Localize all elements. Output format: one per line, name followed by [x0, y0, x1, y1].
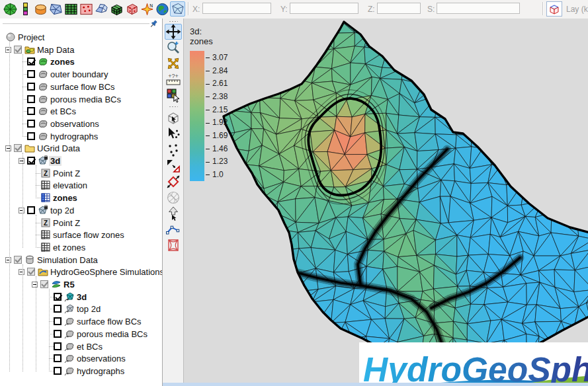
- tree-item-3d[interactable]: 3d: [0, 291, 162, 303]
- solid-module-icon[interactable]: [33, 1, 48, 17]
- visibility-checkbox-unchecked[interactable]: [27, 83, 35, 91]
- sim-folder-icon: [38, 266, 48, 277]
- select-triangle-tool-icon[interactable]: [165, 158, 182, 174]
- tree-item-top-2d[interactable]: top 2d: [0, 303, 162, 315]
- grid-cell-cube-icon[interactable]: [546, 1, 562, 17]
- visibility-checkbox-partial[interactable]: [14, 144, 22, 152]
- tree-item-observations[interactable]: observations: [0, 352, 162, 365]
- visibility-checkbox-unchecked[interactable]: [54, 330, 62, 338]
- visibility-checkbox-unchecked[interactable]: [54, 305, 62, 313]
- rotate-tool-icon[interactable]: [165, 56, 182, 71]
- tree-connector: [49, 289, 50, 371]
- tree-item-label: surface flow zones: [53, 230, 124, 240]
- tree-item-point-z[interactable]: ZPoint Z: [0, 217, 162, 229]
- visibility-checkbox-unchecked[interactable]: [27, 70, 35, 78]
- visibility-checkbox-unchecked[interactable]: [54, 367, 62, 375]
- mesh-2d-module-icon[interactable]: [48, 1, 63, 17]
- tree-item-hydrographs[interactable]: hydrographs: [0, 130, 162, 143]
- tree-item-porous-media-bcs[interactable]: porous media BCs: [0, 328, 162, 340]
- tree-item-outer-boundary[interactable]: outer boundary: [0, 68, 162, 81]
- tree-item-3d[interactable]: 3d: [0, 155, 162, 167]
- visibility-checkbox-unchecked[interactable]: [54, 354, 62, 362]
- tree-item-hydrographs[interactable]: hydrographs: [0, 365, 162, 377]
- tree-item-porous-media-bcs[interactable]: porous media BCs: [0, 93, 162, 106]
- zoom-tool-icon[interactable]: [165, 40, 182, 56]
- tree-connector: [22, 264, 24, 371]
- select-face-tool-icon[interactable]: [165, 174, 182, 190]
- coord-s-field[interactable]: [437, 3, 520, 14]
- tree-item-map-data[interactable]: Map Data: [0, 44, 162, 56]
- grid-2d-module-icon[interactable]: [63, 1, 79, 17]
- tree-item-project[interactable]: Project: [0, 31, 162, 44]
- visibility-checkbox-unchecked[interactable]: [27, 95, 35, 103]
- visibility-checkbox-unchecked[interactable]: [27, 120, 35, 128]
- coverage-icon: [38, 81, 48, 92]
- tree-item-observations[interactable]: observations: [0, 118, 162, 130]
- visibility-checkbox-checked[interactable]: [27, 58, 35, 65]
- tree-item-hydrogeosphere-simulations[interactable]: HydroGeoSphere Simulations: [0, 266, 162, 278]
- visibility-checkbox-partial[interactable]: [40, 280, 48, 288]
- select-node-tool-icon[interactable]: [165, 126, 182, 142]
- tree-item-zones[interactable]: zones: [0, 192, 162, 204]
- graphics-view[interactable]: 3d: zones 3.072.842.612.382.151.921.691.…: [184, 19, 588, 383]
- tin-module-icon[interactable]: [3, 1, 18, 17]
- coord-z-label: Z:: [368, 5, 375, 14]
- visibility-checkbox-partial[interactable]: [14, 256, 22, 264]
- scatter-3d-module-icon[interactable]: [124, 1, 140, 17]
- measure-tool-icon[interactable]: +?+: [165, 71, 182, 87]
- top-toolbar: N X:Y:Z:S: Lay (k):: [0, 0, 588, 19]
- tree-item-label: zones: [50, 57, 75, 67]
- visibility-checkbox-partial[interactable]: [14, 46, 22, 54]
- coord-z-field[interactable]: [377, 3, 421, 14]
- ugrid-mesh-3d-view[interactable]: [184, 19, 588, 383]
- tree-item-surface-flow-bcs[interactable]: surface flow BCs: [0, 81, 162, 93]
- tree-item-surface-flow-zones[interactable]: surface flow zones: [0, 229, 162, 241]
- scatter-2d-module-icon[interactable]: [79, 1, 94, 17]
- dataset-active-icon: [40, 192, 51, 203]
- coord-x-label: X:: [192, 5, 200, 14]
- tree-item-zones[interactable]: zones: [0, 56, 162, 68]
- coord-x-field[interactable]: [202, 3, 271, 14]
- tree-item-ugrid-data[interactable]: UGrid Data: [0, 142, 162, 155]
- pan-tool-icon[interactable]: [165, 24, 182, 40]
- visibility-checkbox-partial[interactable]: [27, 268, 35, 276]
- ugrid-module-icon[interactable]: [170, 1, 185, 17]
- select-objects-tool-icon[interactable]: [165, 87, 182, 103]
- map-module-icon[interactable]: N: [140, 1, 155, 17]
- tree-item-r5[interactable]: R5: [0, 278, 162, 291]
- tree-item-surface-flow-bcs[interactable]: surface flow BCs: [0, 315, 162, 328]
- r5-sim-icon: [51, 279, 62, 290]
- visibility-checkbox-unchecked[interactable]: [27, 206, 35, 214]
- visibility-checkbox-checked[interactable]: [27, 157, 35, 165]
- visibility-checkbox-unchecked[interactable]: [27, 107, 35, 115]
- select-edge-tool-icon[interactable]: [165, 221, 182, 237]
- select-points-tool-icon[interactable]: [165, 142, 182, 158]
- tree-item-et-bcs[interactable]: et BCs: [0, 105, 162, 118]
- toolbar-grip[interactable]: [169, 20, 178, 22]
- tree-item-simulation-data[interactable]: Simulation Data: [0, 254, 162, 266]
- visibility-checkbox-unchecked[interactable]: [54, 342, 62, 350]
- database-icon: [24, 254, 35, 265]
- svg-text:N: N: [149, 3, 153, 8]
- ugrid-lock-icon: [38, 155, 48, 166]
- pin-icon[interactable]: [149, 20, 158, 28]
- tree-item-top-2d[interactable]: top 2d: [0, 204, 162, 217]
- tree-item-et-zones[interactable]: et zones: [0, 241, 162, 254]
- coord-y-field[interactable]: [290, 3, 358, 14]
- tree-connector: [22, 54, 24, 137]
- tree-item-label: observations: [77, 354, 126, 364]
- visibility-checkbox-checked[interactable]: [54, 293, 62, 301]
- tree-item-point-z[interactable]: ZPoint Z: [0, 167, 162, 180]
- visibility-checkbox-unchecked[interactable]: [27, 132, 35, 140]
- mesh-3d-module-icon[interactable]: [94, 1, 109, 17]
- select-vertex-tool-icon[interactable]: [165, 206, 182, 221]
- gis-module-icon[interactable]: [155, 1, 170, 17]
- visibility-checkbox-unchecked[interactable]: [54, 317, 62, 325]
- tree-item-et-bcs[interactable]: et BCs: [0, 340, 162, 353]
- grid-3d-module-icon[interactable]: [109, 1, 124, 17]
- borehole-module-icon[interactable]: [18, 1, 33, 17]
- red-mesh-tool-icon[interactable]: [165, 237, 182, 253]
- tree-item-elevation[interactable]: elevation: [0, 179, 162, 192]
- coverage-active-icon: [38, 56, 48, 67]
- select-cell-tool-icon[interactable]: [165, 110, 182, 126]
